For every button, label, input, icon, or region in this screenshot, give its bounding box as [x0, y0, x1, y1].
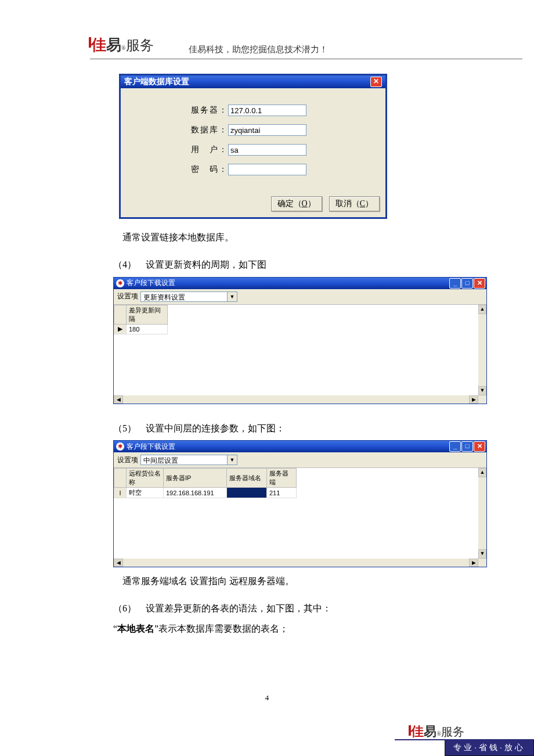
footer-logo-yi: 易	[424, 723, 436, 740]
minimize-icon[interactable]: _	[449, 278, 461, 289]
page-number: 4	[0, 693, 534, 703]
col-server-port[interactable]: 服务器端	[267, 469, 297, 488]
settings-dropdown[interactable]: 中间层设置 ▼	[140, 455, 237, 465]
window-title: 客户段下载设置	[127, 442, 175, 452]
step-5: （5） 设置中间层的连接参数，如下图：	[113, 420, 496, 437]
scrollbar-corner	[478, 395, 486, 404]
cancel-button[interactable]: 取消（C）	[329, 196, 380, 211]
data-grid[interactable]: 远程货位名称 服务器IP 服务器域名 服务器端 I 时空 192.168.168…	[114, 468, 486, 559]
step-6-line-2: “本地表名”表示本数据库需要数据的表名；	[113, 621, 496, 638]
dialog-titlebar[interactable]: 客户端数据库设置 ✕	[121, 75, 385, 88]
toolbar: 设置项 更新资料设置 ▼	[114, 289, 486, 305]
tagline: 佳易科技，助您挖掘信息技术潜力！	[189, 44, 328, 55]
window-title: 客户段下载设置	[127, 278, 175, 288]
scroll-left-icon[interactable]: ◀	[114, 395, 123, 404]
footer-logo-jia: 佳	[410, 723, 424, 740]
scroll-up-icon[interactable]: ▲	[478, 305, 486, 314]
database-label: 数据库：	[132, 125, 228, 135]
row-marker: ▶	[114, 324, 127, 334]
scroll-up-icon[interactable]: ▲	[478, 468, 486, 477]
maximize-icon[interactable]: □	[461, 441, 473, 452]
col-remote-name[interactable]: 远程货位名称	[127, 469, 164, 488]
ok-button[interactable]: 确定（O）	[271, 196, 322, 211]
page-header: 佳易®服务 佳易科技，助您挖掘信息技术潜力！	[90, 35, 522, 59]
interval-cell[interactable]: 180	[127, 324, 168, 334]
scroll-right-icon[interactable]: ▶	[469, 395, 478, 404]
user-input[interactable]	[228, 144, 306, 156]
download-settings-window-2: ✱ 客户段下载设置 _ □ ✕ 设置项 中间层设置 ▼	[113, 440, 487, 567]
download-settings-window-1: ✱ 客户段下载设置 _ □ ✕ 设置项 更新资料设置 ▼	[113, 277, 487, 404]
footer-slogan: 专业·省钱·放心	[445, 740, 534, 756]
scrollbar-track[interactable]	[123, 559, 469, 567]
step-6-line-1: （6） 设置差异更新的各表的语法，如下图，其中：	[113, 600, 496, 617]
col-interval[interactable]: 差异更新间隔	[127, 305, 168, 324]
row-header-blank	[114, 305, 127, 324]
database-input[interactable]	[228, 124, 306, 136]
user-label: 用 户：	[132, 145, 228, 155]
horizontal-scrollbar[interactable]: ◀ ▶	[114, 395, 486, 404]
step-4: （4） 设置更新资料的周期，如下图	[113, 257, 496, 273]
vertical-scrollbar[interactable]: ▲ ▼	[478, 305, 486, 395]
scroll-left-icon[interactable]: ◀	[114, 559, 123, 567]
footer-brand: 佳易®服务 专业·省钱·放心	[395, 723, 534, 756]
footer-logo-reg: ®	[436, 731, 441, 737]
note-1: 通常设置链接本地数据库。	[113, 229, 496, 246]
server-label: 服务器：	[132, 105, 228, 116]
scrollbar-corner	[478, 559, 486, 567]
col-server-domain[interactable]: 服务器域名	[227, 469, 267, 488]
logo-jia: 佳	[90, 35, 106, 55]
scroll-down-icon[interactable]: ▼	[478, 549, 486, 559]
window-titlebar[interactable]: ✱ 客户段下载设置 _ □ ✕	[114, 278, 486, 289]
table-row: I 时空 192.168.168.191 211	[114, 488, 297, 498]
scroll-right-icon[interactable]: ▶	[469, 559, 478, 567]
close-icon[interactable]: ✕	[474, 278, 485, 289]
row-marker: I	[114, 488, 127, 498]
remote-name-cell[interactable]: 时空	[127, 488, 164, 498]
close-icon[interactable]: ✕	[474, 441, 485, 452]
password-label: 密 码：	[132, 164, 228, 175]
toolbar: 设置项 中间层设置 ▼	[114, 452, 486, 468]
server-domain-cell[interactable]	[227, 488, 267, 498]
vertical-scrollbar[interactable]: ▲ ▼	[478, 468, 486, 559]
horizontal-scrollbar[interactable]: ◀ ▶	[114, 559, 486, 567]
logo: 佳易®服务	[90, 35, 154, 55]
server-ip-cell[interactable]: 192.168.168.191	[164, 488, 227, 498]
password-input[interactable]	[228, 164, 306, 175]
data-grid[interactable]: 差异更新间隔 ▶ 180 ▲ ▼	[114, 305, 486, 395]
logo-service: 服务	[126, 36, 154, 55]
toolbar-label: 设置项	[117, 455, 138, 465]
db-settings-dialog: 客户端数据库设置 ✕ 服务器： 数据库： 用 户： 密 码：	[119, 74, 387, 219]
scroll-down-icon[interactable]: ▼	[478, 386, 486, 395]
footer-logo-service: 服务	[441, 724, 464, 740]
settings-dropdown[interactable]: 更新资料设置 ▼	[140, 291, 237, 302]
dropdown-value: 更新资料设置	[141, 292, 227, 301]
logo-reg: ®	[121, 45, 126, 51]
minimize-icon[interactable]: _	[449, 441, 461, 452]
dialog-title: 客户端数据库设置	[124, 77, 189, 87]
chevron-down-icon[interactable]: ▼	[227, 292, 237, 301]
col-server-ip[interactable]: 服务器IP	[164, 469, 227, 488]
app-icon: ✱	[116, 442, 124, 451]
server-port-cell[interactable]: 211	[267, 488, 297, 498]
app-icon: ✱	[116, 279, 124, 287]
table-row: ▶ 180	[114, 324, 168, 334]
chevron-down-icon[interactable]: ▼	[227, 455, 237, 465]
toolbar-label: 设置项	[117, 291, 138, 301]
maximize-icon[interactable]: □	[461, 278, 473, 289]
close-icon[interactable]: ✕	[370, 77, 382, 87]
scrollbar-track[interactable]	[123, 395, 469, 404]
server-input[interactable]	[228, 105, 306, 116]
row-header-blank	[114, 469, 127, 488]
dropdown-value: 中间层设置	[141, 455, 227, 465]
note-2: 通常服务端域名 设置指向 远程服务器端。	[113, 573, 496, 590]
logo-yi: 易	[106, 35, 121, 55]
window-titlebar[interactable]: ✱ 客户段下载设置 _ □ ✕	[114, 441, 486, 452]
